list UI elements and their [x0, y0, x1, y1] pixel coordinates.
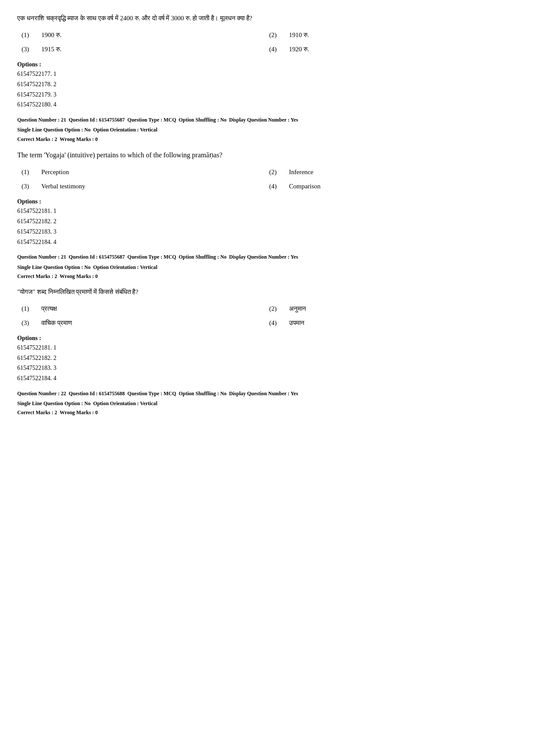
- list-item: 61547522184. 4: [17, 237, 517, 247]
- list-item: 61547522181. 1: [17, 343, 517, 353]
- option-number: (4): [269, 181, 282, 192]
- options-id-list-21hi: 61547522181. 1 61547522182. 2 6154752218…: [17, 343, 517, 384]
- meta-line1: Question Number : 21 Question Id : 61547…: [17, 253, 517, 261]
- option-number: (2): [269, 166, 282, 178]
- list-item: 61547522178. 2: [17, 79, 517, 90]
- list-item: 61547522181. 1: [17, 206, 517, 216]
- option-number: (2): [269, 29, 282, 41]
- option-21en-4: (4) Comparison: [269, 181, 517, 192]
- marks: Correct Marks : 2 Wrong Marks : 0: [17, 409, 517, 416]
- list-item: 61547522177. 1: [17, 69, 517, 79]
- list-item: 61547522180. 4: [17, 100, 517, 110]
- question-21-hi-options: (1) प्रत्यक्ष (2) अनुमान (3) वाचिक प्रमा…: [17, 303, 517, 329]
- option-number: (3): [22, 44, 34, 55]
- question-20-options: (1) 1900 रु. (2) 1910 रु. (3) 1915 रु. (…: [17, 29, 517, 55]
- option-20-4: (4) 1920 रु.: [269, 44, 517, 55]
- option-text: उपमान: [289, 317, 304, 329]
- question-20: एक धनराशि चक्रवृद्धि ब्याज के साथ एक वर्…: [17, 13, 517, 110]
- meta-line1: Question Number : 21 Question Id : 61547…: [17, 116, 517, 124]
- option-text: Inference: [289, 166, 314, 178]
- list-item: 61547522182. 2: [17, 353, 517, 363]
- marks: Correct Marks : 2 Wrong Marks : 0: [17, 273, 517, 280]
- meta-line1: Question Number : 22 Question Id : 61547…: [17, 390, 517, 398]
- list-item: 61547522182. 2: [17, 216, 517, 227]
- option-21hi-2: (2) अनुमान: [269, 303, 517, 315]
- meta-line2: Single Line Question Option : No Option …: [17, 263, 517, 272]
- question-21-en: The term 'Yogaja' (intuitive) pertains t…: [17, 150, 517, 247]
- option-21hi-3: (3) वाचिक प्रमाण: [22, 317, 269, 329]
- option-text: 1910 रु.: [289, 29, 309, 41]
- option-number: (1): [22, 303, 34, 315]
- option-text: 1920 रु.: [289, 44, 309, 55]
- option-number: (1): [22, 166, 34, 178]
- option-21en-3: (3) Verbal testimony: [22, 181, 269, 192]
- option-20-3: (3) 1915 रु.: [22, 44, 269, 55]
- list-item: 61547522184. 4: [17, 373, 517, 384]
- option-20-1: (1) 1900 रु.: [22, 29, 269, 41]
- options-list-label: Options :: [17, 61, 517, 68]
- meta-q21: Question Number : 21 Question Id : 61547…: [17, 116, 517, 142]
- list-item: 61547522183. 3: [17, 227, 517, 237]
- option-text: वाचिक प्रमाण: [41, 317, 72, 329]
- option-number: (3): [22, 317, 34, 329]
- option-text: Perception: [41, 166, 69, 178]
- options-list-label: Options :: [17, 335, 517, 342]
- option-21hi-1: (1) प्रत्यक्ष: [22, 303, 269, 315]
- option-number: (4): [269, 317, 282, 329]
- options-id-list-20: 61547522177. 1 61547522178. 2 6154752217…: [17, 69, 517, 110]
- option-text: 1915 रु.: [41, 44, 62, 55]
- options-id-list-21en: 61547522181. 1 61547522182. 2 6154752218…: [17, 206, 517, 247]
- option-text: प्रत्यक्ष: [41, 303, 57, 315]
- options-list-label: Options :: [17, 198, 517, 205]
- option-text: 1900 रु.: [41, 29, 62, 41]
- question-21-en-text: The term 'Yogaja' (intuitive) pertains t…: [17, 150, 517, 161]
- question-21-hi: "योगज" शब्द निम्नलिखित प्रमाणों में किसस…: [17, 287, 517, 384]
- meta-q21-hi: Question Number : 21 Question Id : 61547…: [17, 253, 517, 279]
- meta-q22: Question Number : 22 Question Id : 61547…: [17, 390, 517, 416]
- option-text: Verbal testimony: [41, 181, 85, 192]
- question-20-text: एक धनराशि चक्रवृद्धि ब्याज के साथ एक वर्…: [17, 13, 517, 23]
- option-21hi-4: (4) उपमान: [269, 317, 517, 329]
- question-21-en-options: (1) Perception (2) Inference (3) Verbal …: [17, 166, 517, 192]
- list-item: 61547522183. 3: [17, 363, 517, 373]
- meta-line2: Single Line Question Option : No Option …: [17, 400, 517, 408]
- option-number: (4): [269, 44, 282, 55]
- option-number: (3): [22, 181, 34, 192]
- option-text: Comparison: [289, 181, 320, 192]
- option-21en-1: (1) Perception: [22, 166, 269, 178]
- option-text: अनुमान: [289, 303, 306, 315]
- marks: Correct Marks : 2 Wrong Marks : 0: [17, 136, 517, 143]
- option-20-2: (2) 1910 रु.: [269, 29, 517, 41]
- option-number: (1): [22, 29, 34, 41]
- list-item: 61547522179. 3: [17, 90, 517, 100]
- option-21en-2: (2) Inference: [269, 166, 517, 178]
- question-21-hi-text: "योगज" शब्द निम्नलिखित प्रमाणों में किसस…: [17, 287, 517, 297]
- option-number: (2): [269, 303, 282, 315]
- meta-line2: Single Line Question Option : No Option …: [17, 126, 517, 134]
